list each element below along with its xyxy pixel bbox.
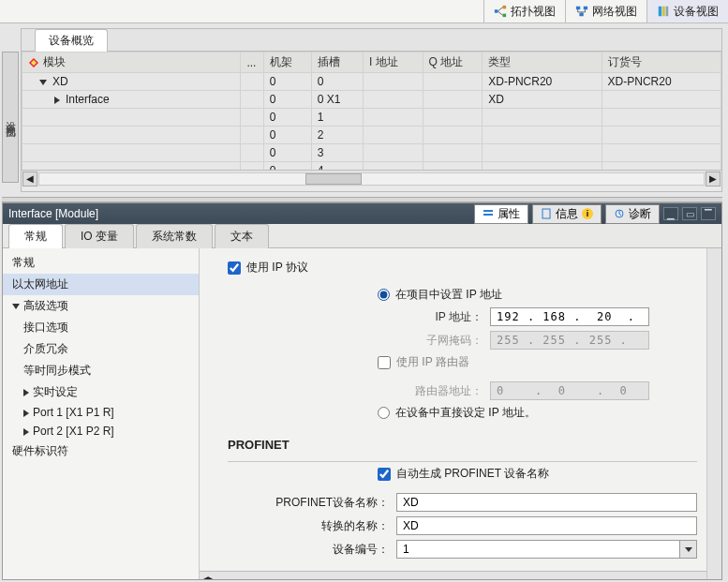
tree-hardware-id[interactable]: 硬件标识符 — [3, 440, 199, 462]
col-dots[interactable]: ... — [241, 52, 263, 73]
diagnostics-tab-button[interactable]: 诊断 — [605, 204, 660, 224]
svg-rect-5 — [579, 13, 583, 17]
svg-rect-10 — [483, 214, 493, 216]
table-row[interactable]: XD00XD-PNCR20XD-PNCR20 — [22, 73, 721, 91]
info-tab-icon — [541, 208, 552, 219]
converted-name-input[interactable] — [396, 516, 697, 535]
module-header-icon — [28, 57, 39, 68]
col-type[interactable]: 类型 — [483, 52, 602, 73]
use-router-checkbox[interactable] — [378, 356, 391, 369]
tree-advanced-options[interactable]: 高级选项 — [3, 295, 199, 317]
converted-name-label: 转换的名称： — [228, 518, 396, 534]
auto-generate-name-checkbox[interactable] — [378, 468, 391, 481]
ip-address-label: IP 地址： — [378, 309, 490, 325]
overview-h-scrollbar[interactable]: ◀ ▶ — [22, 170, 721, 187]
device-number-label: 设备编号： — [228, 542, 396, 558]
tree-ethernet-address[interactable]: 以太网地址 — [3, 274, 199, 295]
module-title: Interface [Module] — [8, 207, 98, 220]
overview-tabbar: 设备概览 — [22, 29, 721, 52]
topology-view-button[interactable]: 拓扑视图 — [483, 0, 565, 22]
scroll-right-button[interactable]: ▶ — [208, 574, 216, 580]
table-row[interactable]: 04 — [22, 162, 721, 171]
properties-tab-button[interactable]: 属性 — [474, 204, 528, 224]
diagnostics-icon — [614, 208, 625, 219]
tree-media-redundancy[interactable]: 介质冗余 — [3, 338, 199, 360]
tree-port2[interactable]: Port 2 [X1 P2 R] — [3, 422, 199, 440]
auto-generate-name-label: 自动生成 PROFINET 设备名称 — [396, 466, 549, 482]
tree-realtime[interactable]: 实时设定 — [3, 381, 199, 403]
tree-port1[interactable]: Port 1 [X1 P1 R] — [3, 403, 199, 422]
device-number-dropdown-button[interactable] — [680, 540, 697, 559]
svg-rect-4 — [584, 7, 587, 10]
minimize-panel-button[interactable]: ▁ — [663, 207, 678, 220]
scroll-left-button[interactable]: ◀ — [200, 574, 208, 580]
device-overview-tab[interactable]: 设备概览 — [35, 29, 108, 52]
expand-panel-button[interactable]: ▔ — [701, 207, 716, 220]
router-address-input — [490, 381, 649, 400]
profinet-device-name-label: PROFINET设备名称： — [228, 495, 396, 511]
col-slot[interactable]: 插槽 — [311, 52, 363, 73]
svg-rect-3 — [576, 7, 580, 10]
properties-form: 使用 IP 协议 在项目中设置 IP 地址 IP 地址： 子网掩码： — [200, 248, 706, 579]
view-toolbar: 拓扑视图 网络视图 设备视图 — [0, 0, 728, 23]
sysconst-tab[interactable]: 系统常数 — [136, 224, 213, 248]
svg-rect-11 — [542, 209, 550, 218]
profinet-device-name-input[interactable] — [396, 493, 697, 512]
chevron-right-icon — [54, 97, 60, 104]
col-iaddr[interactable]: I 地址 — [363, 52, 423, 73]
scroll-track[interactable] — [38, 172, 705, 186]
restore-panel-button[interactable]: ▭ — [682, 207, 697, 220]
col-order[interactable]: 订货号 — [602, 52, 721, 73]
text-tab[interactable]: 文本 — [215, 224, 269, 248]
network-view-button[interactable]: 网络视图 — [565, 0, 646, 22]
svg-rect-0 — [495, 9, 498, 13]
svg-rect-1 — [503, 6, 507, 9]
scroll-thumb[interactable] — [305, 173, 362, 185]
network-icon — [575, 5, 588, 18]
scroll-left-button[interactable]: ◀ — [22, 172, 37, 187]
col-qaddr[interactable]: Q 地址 — [423, 52, 483, 73]
form-h-scrollbar[interactable]: ◀ ▶ — [200, 571, 706, 579]
device-overview-table: 模块 ... 机架 插槽 I 地址 Q 地址 类型 订货号 XD00XD-PNC… — [22, 52, 721, 170]
iovar-tab[interactable]: IO 变量 — [65, 224, 134, 248]
svg-rect-2 — [503, 14, 507, 18]
device-view-strip: 设备视图 — [2, 52, 19, 183]
set-ip-in-project-label: 在项目中设置 IP 地址 — [395, 287, 502, 303]
router-address-label: 路由器地址： — [378, 383, 490, 399]
use-router-label: 使用 IP 路由器 — [396, 354, 469, 370]
topology-view-label: 拓扑视图 — [511, 4, 556, 20]
properties-panel: Interface [Module] 属性 信息 i 诊断 ▁ ▭ ▔ 常规 I… — [2, 202, 722, 580]
tree-interface-options[interactable]: 接口选项 — [3, 317, 199, 338]
table-row[interactable]: Interface00 X1XD — [22, 91, 721, 109]
chevron-down-icon — [12, 304, 20, 309]
ip-address-input[interactable] — [490, 307, 649, 326]
general-tab[interactable]: 常规 — [8, 224, 63, 248]
table-row[interactable]: 02 — [22, 127, 721, 144]
use-ip-label: 使用 IP 协议 — [246, 260, 308, 276]
info-tab-button[interactable]: 信息 i — [532, 204, 602, 224]
module-name: XD — [52, 75, 68, 88]
device-number-input[interactable] — [396, 540, 680, 559]
properties-tree: 常规 以太网地址 高级选项 接口选项 介质冗余 等时同步模式 实时设定 Port… — [3, 248, 200, 579]
table-row[interactable]: 01 — [22, 109, 721, 127]
topology-icon — [494, 5, 507, 18]
network-view-label: 网络视图 — [592, 4, 637, 20]
properties-inner-tabs: 常规 IO 变量 系统常数 文本 — [3, 224, 721, 248]
chevron-right-icon — [23, 428, 29, 436]
module-name: Interface — [66, 93, 110, 106]
subnet-mask-label: 子网掩码： — [378, 333, 490, 349]
set-ip-in-device-radio[interactable] — [378, 407, 390, 419]
col-module[interactable]: 模块 — [22, 52, 241, 73]
scroll-right-button[interactable]: ▶ — [706, 172, 721, 187]
tree-isochronous[interactable]: 等时同步模式 — [3, 360, 199, 381]
use-ip-checkbox[interactable] — [228, 261, 241, 275]
set-ip-in-project-radio[interactable] — [378, 289, 390, 301]
properties-titlebar: Interface [Module] 属性 信息 i 诊断 ▁ ▭ ▔ — [3, 203, 721, 224]
col-rack[interactable]: 机架 — [263, 52, 311, 73]
table-row[interactable]: 03 — [22, 144, 721, 162]
device-view-button[interactable]: 设备视图 — [646, 0, 728, 22]
chevron-right-icon — [23, 389, 29, 396]
tree-general[interactable]: 常规 — [3, 252, 199, 274]
chevron-right-icon — [23, 410, 29, 417]
form-v-scrollbar[interactable] — [706, 248, 721, 579]
